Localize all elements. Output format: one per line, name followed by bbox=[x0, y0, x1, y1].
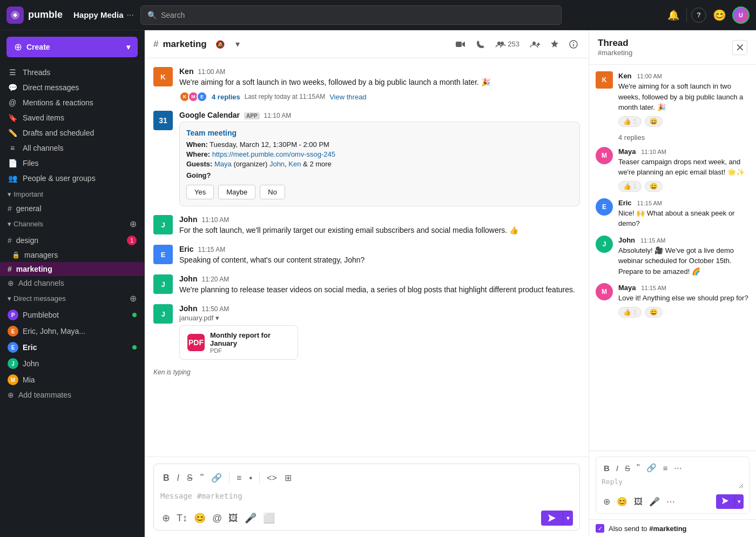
also-send-checkbox[interactable]: ✓ bbox=[596, 524, 604, 533]
add-attachment-btn[interactable]: ⊕ bbox=[160, 511, 172, 526]
thread-reply-input[interactable] bbox=[602, 478, 744, 488]
add-dm-icon[interactable]: ⊕ bbox=[130, 293, 137, 304]
audio-btn[interactable]: 🎤 bbox=[243, 511, 258, 526]
maybe-button[interactable]: Maybe bbox=[218, 185, 255, 199]
notification-btn[interactable]: 🔔 bbox=[665, 6, 682, 24]
reaction[interactable]: 😄 bbox=[645, 307, 663, 318]
thread-add-btn[interactable]: ⊕ bbox=[602, 495, 612, 508]
thread-bold-btn[interactable]: B bbox=[602, 462, 612, 474]
ul-btn[interactable]: • bbox=[246, 472, 255, 485]
event-title[interactable]: Team meeting bbox=[186, 129, 573, 137]
reaction[interactable]: 😄 bbox=[645, 181, 663, 192]
channels-section-header[interactable]: ▾ Channels ⊕ bbox=[0, 216, 144, 232]
italic-btn[interactable]: I bbox=[174, 472, 182, 485]
mention-btn[interactable]: @ bbox=[211, 511, 224, 526]
info-btn[interactable] bbox=[567, 38, 580, 51]
dm-item-eric[interactable]: E Eric bbox=[0, 339, 144, 355]
dm-item-john[interactable]: J John bbox=[0, 355, 144, 372]
thread-send-button[interactable] bbox=[716, 494, 734, 509]
search-input[interactable] bbox=[161, 11, 555, 19]
table-row: 31 Google Calendar APP 11:10 AM Team mee… bbox=[153, 111, 580, 206]
event-link[interactable]: https://meet.pumble.com/omv-ssog-245 bbox=[212, 150, 335, 158]
code-snippet-btn[interactable]: ⬜ bbox=[261, 511, 276, 526]
calendar-avatar: 31 bbox=[153, 111, 173, 130]
thread-send-dropdown-btn[interactable]: ▾ bbox=[734, 494, 744, 509]
channel-item-managers[interactable]: 🔒 managers bbox=[0, 248, 144, 262]
thread-link-btn[interactable]: 🔗 bbox=[644, 461, 659, 474]
thread-strike-btn[interactable]: S bbox=[623, 462, 632, 474]
dm-item-pumblebot[interactable]: P Pumblebot bbox=[0, 307, 144, 323]
reaction[interactable]: 😄 bbox=[645, 116, 663, 127]
sidebar-item-direct-messages[interactable]: 💬 Direct messages bbox=[0, 80, 144, 95]
sidebar-item-people[interactable]: 👥 People & user groups bbox=[0, 171, 144, 186]
create-button[interactable]: ⊕ Create ▾ bbox=[6, 37, 138, 57]
thread-header: Thread #marketing ✕ bbox=[589, 30, 756, 65]
video-btn[interactable] bbox=[454, 38, 468, 50]
important-section-header[interactable]: ▾ Important bbox=[0, 187, 144, 202]
thread-gif-btn[interactable]: 🖼 bbox=[632, 495, 644, 508]
sidebar-item-drafts[interactable]: ✏️ Drafts and scheduled bbox=[0, 125, 144, 140]
sidebar-item-mentions[interactable]: @ Mentions & reactions bbox=[0, 95, 144, 110]
thread-audio-btn[interactable]: 🎤 bbox=[647, 495, 662, 508]
bold-btn[interactable]: B bbox=[160, 472, 172, 485]
channel-item-design[interactable]: # design ⋯ 1 bbox=[0, 232, 144, 248]
thread-list-btn[interactable]: ≡ bbox=[661, 462, 670, 474]
reaction[interactable]: 👍 1 bbox=[618, 307, 642, 318]
thread-msg-time: 11:15 AM bbox=[640, 237, 665, 244]
dm-section-header[interactable]: ▾ Direct messages ⊕ bbox=[0, 290, 144, 307]
saved-icon: 🔖 bbox=[8, 113, 17, 122]
dm-item-group[interactable]: E Eric, John, Maya... bbox=[0, 323, 144, 339]
add-channel-icon[interactable]: ⊕ bbox=[130, 219, 137, 229]
code-block-btn[interactable]: ⊞ bbox=[282, 471, 294, 485]
code-btn[interactable]: <> bbox=[264, 472, 280, 485]
reaction[interactable]: 👍 1 bbox=[618, 116, 642, 127]
pdf-info: Monthly report for January PDF bbox=[210, 331, 290, 354]
sidebar-item-all-channels[interactable]: ≡ All channels bbox=[0, 140, 144, 156]
search-bar[interactable]: 🔍 bbox=[140, 5, 562, 25]
message-input[interactable] bbox=[160, 492, 573, 505]
sidebar-item-files[interactable]: 📄 Files bbox=[0, 156, 144, 171]
add-member-btn[interactable] bbox=[528, 38, 542, 50]
quote-btn[interactable]: " bbox=[198, 471, 206, 485]
channel-item-marketing[interactable]: # marketing bbox=[0, 262, 144, 276]
reply-count[interactable]: 4 replies bbox=[212, 93, 240, 101]
text-format-btn[interactable]: T↕ bbox=[175, 511, 189, 526]
no-button[interactable]: No bbox=[260, 185, 285, 199]
thread-italic-btn[interactable]: I bbox=[614, 462, 620, 474]
send-dropdown-btn[interactable]: ▾ bbox=[563, 511, 573, 526]
mute-channel-btn[interactable]: 🔕 bbox=[213, 38, 227, 51]
view-thread-link[interactable]: View thread bbox=[329, 93, 366, 101]
call-btn[interactable] bbox=[474, 38, 487, 51]
send-button[interactable] bbox=[541, 511, 563, 526]
add-channels-item[interactable]: ⊕ Add channels bbox=[0, 276, 144, 290]
user-avatar-top[interactable]: U bbox=[732, 6, 750, 24]
add-teammates-item[interactable]: ⊕ Add teammates bbox=[0, 388, 144, 402]
thread-emoji-btn[interactable]: 😊 bbox=[615, 495, 629, 508]
file-label[interactable]: january.pdf ▾ bbox=[179, 314, 580, 322]
sidebar-item-saved[interactable]: 🔖 Saved items bbox=[0, 110, 144, 125]
thread-quote-btn[interactable]: " bbox=[634, 461, 642, 474]
gif-btn[interactable]: 🖼 bbox=[227, 511, 240, 526]
also-send-text: Also send to #marketing bbox=[609, 525, 687, 533]
reaction[interactable]: 👍 1 bbox=[618, 181, 642, 192]
link-btn[interactable]: 🔗 bbox=[208, 471, 225, 485]
sidebar-item-threads[interactable]: ☰ Threads bbox=[0, 65, 144, 80]
thread-msg-time: 11:15 AM bbox=[637, 200, 662, 206]
ol-btn[interactable]: ≡ bbox=[234, 472, 244, 485]
channel-item-general[interactable]: # general bbox=[0, 202, 144, 216]
members-btn[interactable]: 253 bbox=[494, 38, 522, 50]
emoji-btn[interactable]: 😊 bbox=[711, 6, 728, 24]
thread-more-opts-btn[interactable]: ⋯ bbox=[665, 495, 677, 508]
help-btn[interactable]: ? bbox=[691, 8, 706, 23]
emoji-picker-btn[interactable]: 😊 bbox=[192, 511, 207, 526]
eric-avatar: E bbox=[8, 342, 18, 353]
pumblebot-avatar: P bbox=[8, 310, 18, 320]
workspace-dots[interactable]: ··· bbox=[127, 10, 134, 20]
dm-item-mia[interactable]: M Mia bbox=[0, 372, 144, 388]
pin-btn[interactable] bbox=[549, 38, 561, 51]
strikethrough-btn[interactable]: S bbox=[184, 472, 195, 485]
thread-more-btn[interactable]: ⋯ bbox=[672, 461, 684, 474]
channel-chevron-btn[interactable]: ▾ bbox=[233, 37, 242, 51]
thread-close-button[interactable]: ✕ bbox=[732, 40, 747, 55]
yes-button[interactable]: Yes bbox=[186, 185, 214, 199]
